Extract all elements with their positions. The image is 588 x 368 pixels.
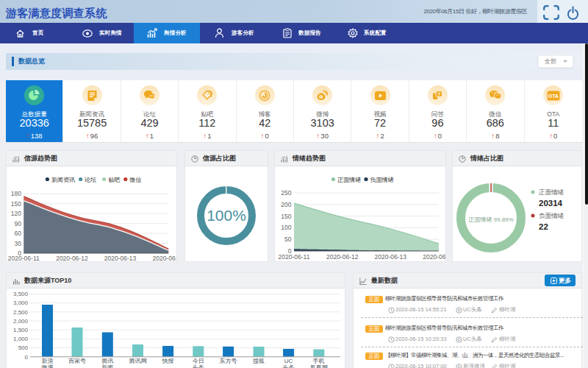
- svg-text:100: 100: [281, 224, 291, 231]
- svg-text:2020-06-12: 2020-06-12: [56, 255, 88, 261]
- svg-text:2020-06-14: 2020-06-14: [423, 253, 445, 261]
- svg-text:150: 150: [11, 200, 21, 208]
- svg-text:50: 50: [284, 236, 292, 243]
- svg-text:2020-06-13: 2020-06-13: [104, 255, 137, 261]
- svg-text:20314: 20314: [539, 199, 563, 208]
- svg-text:200: 200: [281, 201, 291, 208]
- svg-text:250: 250: [281, 189, 291, 197]
- svg-text:2020-06-14: 2020-06-14: [152, 255, 176, 261]
- svg-text:2020-06-12: 2020-06-12: [326, 253, 359, 261]
- svg-text:凤凰网: 凤凰网: [310, 364, 328, 368]
- svg-text:500: 500: [18, 344, 29, 351]
- svg-text:?: ?: [438, 92, 441, 96]
- svg-text:微信: 微信: [129, 177, 141, 183]
- svg-text:搜狐: 搜狐: [253, 358, 265, 364]
- svg-text:负面情绪: 负面情绪: [370, 177, 394, 183]
- svg-text:贴吧: 贴吧: [108, 177, 120, 183]
- svg-text:头条: 头条: [193, 364, 204, 368]
- svg-text:2020-06-11: 2020-06-11: [8, 255, 40, 261]
- svg-text:0: 0: [25, 354, 29, 361]
- svg-text:120: 120: [11, 210, 21, 217]
- svg-text:论坛: 论坛: [85, 177, 96, 183]
- svg-text:2020-06-13: 2020-06-13: [375, 253, 407, 261]
- svg-text:正面情绪 99.89%: 正面情绪 99.89%: [468, 216, 513, 223]
- svg-text:60: 60: [15, 230, 22, 237]
- svg-text:3,500: 3,500: [13, 291, 29, 297]
- svg-text:100%: 100%: [207, 207, 246, 224]
- svg-text:OTA: OTA: [548, 93, 559, 99]
- svg-text:新浪: 新浪: [42, 358, 54, 364]
- svg-text:2,000: 2,000: [13, 318, 29, 325]
- svg-text:腾讯网: 腾讯网: [129, 358, 147, 364]
- svg-text:新闻: 新闻: [101, 364, 113, 368]
- svg-text:微博: 微博: [42, 364, 54, 368]
- svg-text:22: 22: [539, 222, 548, 231]
- svg-text:150: 150: [281, 213, 291, 220]
- svg-text:2020-06-11: 2020-06-11: [279, 253, 310, 261]
- svg-text:30: 30: [15, 240, 22, 247]
- svg-text:手机: 手机: [312, 358, 325, 364]
- svg-text:快报: 快报: [162, 358, 174, 364]
- svg-text:头条: 头条: [283, 364, 295, 368]
- svg-text:正面情绪: 正面情绪: [539, 188, 564, 196]
- svg-text:UC: UC: [284, 358, 293, 364]
- svg-text:今日: 今日: [193, 358, 204, 364]
- svg-text:负面情绪: 负面情绪: [539, 212, 564, 219]
- svg-text:3,000: 3,000: [13, 300, 29, 306]
- svg-text:正面情绪: 正面情绪: [337, 177, 361, 183]
- svg-text:2,500: 2,500: [13, 309, 29, 316]
- svg-text:东方号: 东方号: [220, 358, 237, 364]
- svg-text:新闻资讯: 新闻资讯: [51, 177, 75, 183]
- svg-text:1,000: 1,000: [13, 336, 29, 342]
- svg-text:180: 180: [11, 190, 21, 197]
- svg-text:百家号: 百家号: [68, 358, 86, 364]
- svg-text:1,500: 1,500: [13, 327, 29, 333]
- svg-text:90: 90: [15, 220, 22, 227]
- svg-text:腾讯: 腾讯: [101, 358, 113, 364]
